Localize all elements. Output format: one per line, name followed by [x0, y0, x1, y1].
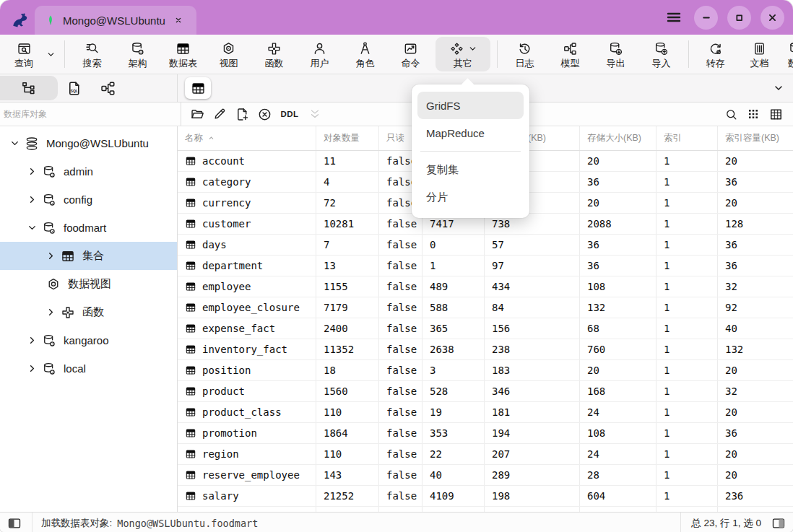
tables-icon [176, 41, 191, 56]
tree-item[interactable]: 函数 [0, 298, 177, 326]
menu-item-gridfs[interactable]: GridFS [417, 92, 524, 119]
table-cell: 1 [656, 235, 718, 255]
tree-item[interactable]: config [0, 186, 177, 214]
table-cell: 108 [580, 276, 656, 297]
table-row[interactable]: expense_fact2400false36515668140 [178, 318, 793, 339]
delete-button[interactable] [254, 105, 274, 123]
toolbar-docs-button[interactable]: 文档 [740, 37, 779, 71]
chevron-right-icon[interactable] [43, 249, 58, 263]
tree-item[interactable]: admin [0, 157, 177, 186]
toolbar-dump-button[interactable]: 转存 [696, 37, 735, 71]
tab-object-tree[interactable] [0, 76, 58, 100]
tab-collections-grid[interactable] [185, 77, 211, 99]
others-dropdown-menu: GridFS MapReduce 复制集 分片 [412, 84, 529, 218]
chevron-down-icon[interactable] [25, 221, 39, 235]
column-header[interactable]: 索引容量(KB) [718, 126, 793, 150]
table-row[interactable]: product_class110false1918124120 [178, 402, 793, 423]
grid-search-button[interactable] [721, 105, 741, 123]
column-header[interactable]: 存储大小(KB) [580, 126, 656, 150]
open-button[interactable] [187, 105, 207, 123]
tree-item[interactable]: Mongo@WSLUbuntu [0, 129, 177, 157]
table-cell: 1560 [316, 381, 379, 401]
toolbar-import-button[interactable]: 导入 [641, 37, 682, 71]
tab-model-view[interactable] [91, 76, 124, 100]
table-row[interactable]: reserve_employee143false4028928120 [178, 465, 793, 486]
chevron-right-icon[interactable] [25, 193, 39, 207]
toolbar-roles-button[interactable]: 角色 [344, 37, 386, 71]
chevron-down-icon[interactable] [7, 136, 22, 151]
query-dropdown-button[interactable] [41, 37, 60, 71]
column-header[interactable]: 对象数量 [316, 126, 379, 150]
column-header[interactable]: 名称 [178, 126, 316, 150]
minimize-button[interactable] [694, 6, 718, 30]
collection-name-cell: product [178, 381, 316, 401]
column-header[interactable]: 索引 [656, 126, 718, 150]
chevron-right-icon[interactable] [25, 333, 39, 348]
tab-close-icon[interactable] [172, 14, 185, 27]
table-cell: false [379, 465, 422, 485]
table-row[interactable]: sales_fact269720false476751811033612656 [178, 507, 793, 512]
collection-name-cell: department [178, 256, 316, 276]
table-cell: 20 [718, 402, 793, 422]
maximize-button[interactable] [727, 6, 751, 30]
table-row[interactable]: position18false318320120 [178, 360, 793, 381]
toolbar-others-button[interactable]: 其它 [436, 37, 490, 71]
menu-item-mapreduce[interactable]: MapReduce [417, 119, 524, 147]
toolbar-search-button[interactable]: 搜索 [72, 37, 113, 71]
view-mode-table-button[interactable] [766, 105, 786, 123]
table-cell: 20 [718, 193, 793, 213]
table-cell: 181 [485, 507, 580, 512]
toggle-right-panel-button[interactable] [771, 516, 786, 531]
connection-tab[interactable]: Mongo@WSLUbuntu [35, 6, 196, 35]
menu-item-replicaset[interactable]: 复制集 [417, 156, 524, 183]
toggle-left-panel-button[interactable] [7, 513, 32, 532]
app-menu-button[interactable] [663, 6, 685, 30]
table-cell: 20 [718, 360, 793, 380]
table-row[interactable]: department13false19736136 [178, 256, 793, 276]
tree-item[interactable]: kangaroo [0, 326, 177, 354]
table-row[interactable]: days7false05736136 [178, 235, 793, 256]
table-row[interactable]: salary21252false41091986041236 [178, 486, 793, 507]
close-button[interactable] [760, 6, 784, 30]
table-row[interactable]: region110false2220724120 [178, 444, 793, 465]
chevron-right-icon[interactable] [43, 305, 58, 320]
view-mode-icons-button[interactable] [743, 105, 763, 123]
table-cell: 72 [316, 193, 379, 213]
table-row[interactable]: inventory_fact11352false26382387601132 [178, 339, 793, 360]
new-object-button[interactable] [232, 105, 252, 123]
toolbar-models-button[interactable]: 模型 [550, 37, 591, 71]
model-icon [100, 80, 116, 97]
chevron-right-icon[interactable] [25, 362, 39, 376]
toolbar-query-button[interactable]: 查询 [6, 37, 41, 71]
table-row[interactable]: product1560false528346168132 [178, 381, 793, 402]
table-row[interactable]: employee1155false489434108132 [178, 276, 793, 297]
toolbar-functions-button[interactable]: 函数 [254, 37, 295, 71]
table-cell: 13 [316, 256, 379, 276]
tree-item[interactable]: foodmart [0, 214, 177, 242]
chevron-right-icon[interactable] [25, 165, 39, 179]
table-cell: 20 [718, 151, 793, 171]
statusbar: 加载数据表对象: Mongo@WSLUbuntu.foodmart 总 23, … [0, 512, 793, 532]
collapse-panel-button[interactable] [773, 82, 784, 94]
ddl-button[interactable]: DDL [277, 105, 303, 123]
menu-item-sharding[interactable]: 分片 [417, 183, 524, 211]
toolbar-export-button[interactable]: 导出 [595, 37, 636, 71]
toolbar-tables-button[interactable]: 数据表 [162, 37, 204, 71]
tree-item[interactable]: 集合 [0, 242, 177, 270]
collection-icon [185, 469, 196, 481]
tree-item[interactable]: local [0, 354, 177, 383]
toolbar-schema-button[interactable]: 架构 [117, 37, 158, 71]
table-row[interactable]: promotion1864false353194108136 [178, 423, 793, 444]
toolbar-clipped-button[interactable]: 数 [784, 37, 793, 71]
collection-icon [185, 365, 196, 376]
tab-sql-editor[interactable] [58, 76, 91, 100]
tree-item[interactable]: 数据视图 [0, 270, 177, 298]
table-row[interactable]: employee_closure7179false58884132192 [178, 297, 793, 318]
more-actions-button[interactable] [305, 105, 325, 123]
toolbar-logs-button[interactable]: 日志 [504, 37, 545, 71]
toolbar-views-button[interactable]: 视图 [208, 37, 249, 71]
toolbar-commands-button[interactable]: 命令 [390, 37, 431, 71]
edit-button[interactable] [209, 105, 230, 123]
toolbar-users-button[interactable]: 用户 [299, 37, 340, 71]
chevron-down-icon [46, 50, 56, 59]
